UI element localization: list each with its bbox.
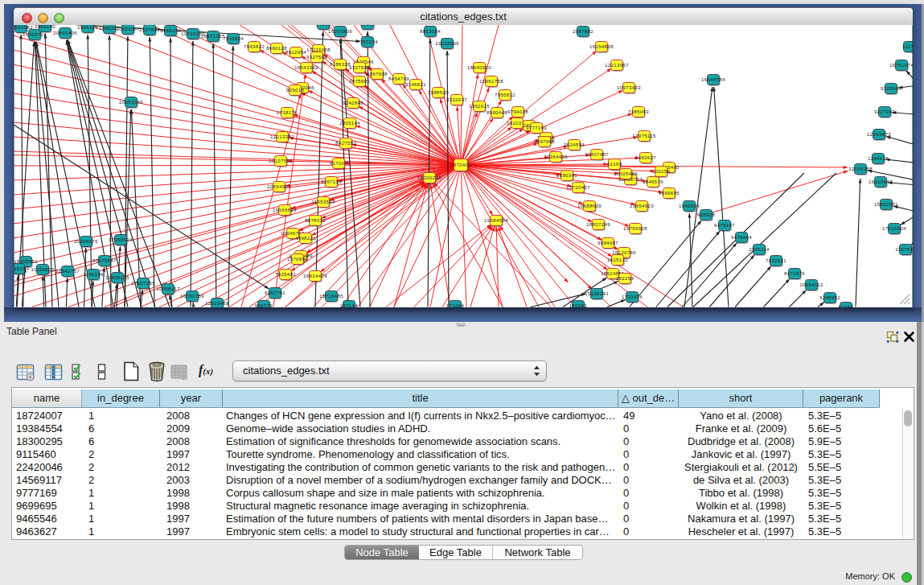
svg-text:93975887: 93975887 [92,258,117,263]
svg-text:7663822: 7663822 [244,44,265,49]
svg-text:10653267: 10653267 [116,27,140,31]
svg-text:11156829: 11156829 [31,267,54,272]
svg-text:6479197: 6479197 [714,223,735,228]
svg-text:1849579: 1849579 [643,179,663,184]
svg-text:1588520: 1588520 [428,90,449,95]
svg-text:8471676: 8471676 [784,271,805,276]
svg-text:9699695: 9699695 [659,191,680,196]
svg-text:10807487: 10807487 [585,152,609,157]
svg-text:17359924: 17359924 [109,237,133,242]
svg-text:9794028: 9794028 [507,109,528,114]
svg-text:9329966: 9329966 [881,86,901,91]
svg-text:10961758: 10961758 [479,79,503,84]
svg-text:3267150: 3267150 [321,179,342,184]
svg-text:8186328: 8186328 [330,62,351,67]
svg-text:9457791: 9457791 [265,290,285,295]
svg-text:9227343: 9227343 [874,109,895,114]
svg-text:1570994: 1570994 [287,257,308,262]
svg-text:939016: 939016 [286,88,305,93]
svg-text:8813054: 8813054 [420,29,441,34]
svg-text:19166829: 19166829 [273,208,297,212]
svg-text:7632621: 7632621 [766,258,786,263]
svg-text:7625402: 7625402 [275,272,296,277]
svg-text:16648784: 16648784 [701,77,725,82]
svg-text:1733426: 1733426 [622,295,643,299]
svg-text:19654923: 19654923 [630,204,654,208]
svg-text:2718176: 2718176 [277,110,298,115]
svg-text:19756928: 19756928 [623,226,647,231]
svg-text:417004: 417004 [330,161,348,166]
svg-text:10107553: 10107553 [269,159,293,163]
svg-text:9777169: 9777169 [526,126,547,130]
svg-text:2867608: 2867608 [367,72,388,76]
svg-text:10654112: 10654112 [799,282,823,287]
svg-text:6466160: 6466160 [160,28,181,33]
svg-text:16671355: 16671355 [201,34,225,39]
svg-text:16782759: 16782759 [180,294,204,299]
svg-text:9474444: 9474444 [731,235,752,240]
svg-text:8454749: 8454749 [388,76,409,81]
svg-text:171064: 171064 [446,303,465,307]
svg-text:1167533: 1167533 [895,247,913,252]
svg-text:17957255: 17957255 [131,281,155,286]
svg-text:12975115: 12975115 [632,134,656,138]
svg-text:252254: 252254 [616,276,634,281]
svg-text:1244415: 1244415 [868,156,889,161]
svg-text:8912954: 8912954 [285,50,306,55]
svg-text:9245652: 9245652 [819,295,840,300]
svg-text:15720407: 15720407 [566,185,590,190]
svg-text:1872400: 1872400 [450,163,471,167]
svg-text:9327500: 9327500 [306,55,327,60]
svg-text:2087682: 2087682 [573,29,593,34]
svg-text:1640934: 1640934 [679,204,700,208]
svg-text:938928: 938928 [697,212,716,217]
svg-text:10958117: 10958117 [156,286,180,291]
svg-text:3915159: 3915159 [14,266,29,271]
svg-text:12923468: 12923468 [205,301,229,306]
svg-text:92456: 92456 [839,305,854,307]
svg-text:8878332: 8878332 [305,218,326,223]
svg-text:20364436: 20364436 [544,154,568,159]
svg-text:12093873: 12093873 [867,132,891,137]
svg-text:16543362: 16543362 [294,65,318,70]
svg-text:2803144: 2803144 [339,121,360,126]
svg-text:9327505: 9327505 [349,65,370,70]
svg-text:18640910: 18640910 [467,65,491,70]
svg-text:19218506: 19218506 [435,41,459,46]
svg-text:3624554: 3624554 [564,142,585,147]
svg-text:16210643: 16210643 [869,179,893,184]
svg-text:4498222: 4498222 [295,236,316,241]
svg-text:18807249: 18807249 [586,222,610,227]
svg-text:7515524: 7515524 [223,36,244,41]
svg-text:6497568: 6497568 [534,139,555,144]
svg-text:17016504: 17016504 [882,226,906,231]
svg-text:15692971: 15692971 [874,202,898,207]
svg-text:15751074: 15751074 [889,63,913,68]
svg-text:100254: 100254 [652,169,671,174]
svg-text:2069140: 2069140 [35,25,55,29]
svg-text:8660128: 8660128 [266,46,287,51]
svg-text:9084067: 9084067 [598,241,618,245]
svg-text:16914479: 16914479 [303,274,327,278]
svg-text:12905135: 12905135 [105,275,129,280]
svg-text:150161: 150161 [569,303,588,307]
svg-text:8990448: 8990448 [487,110,507,115]
svg-text:1615132: 1615132 [607,257,628,262]
svg-text:10688609: 10688609 [577,204,602,208]
svg-text:8322037: 8322037 [446,97,467,102]
svg-text:20206576: 20206576 [74,239,98,244]
svg-text:1065326: 1065326 [77,25,98,30]
svg-text:1362615: 1362615 [469,104,490,109]
svg-text:10973493: 10973493 [617,85,641,90]
svg-text:32159358: 32159358 [848,167,873,171]
svg-text:9242848: 9242848 [343,101,363,105]
svg-text:7485063: 7485063 [628,109,649,114]
svg-text:16033: 16033 [316,25,331,27]
svg-text:20053346: 20053346 [119,100,143,105]
svg-text:12213382: 12213382 [270,134,294,139]
svg-text:945779: 945779 [255,303,273,307]
svg-text:18300295: 18300295 [417,175,441,180]
svg-text:12213967: 12213967 [605,63,629,68]
svg-text:157164: 157164 [340,303,359,307]
svg-text:1527602: 1527602 [139,27,160,32]
